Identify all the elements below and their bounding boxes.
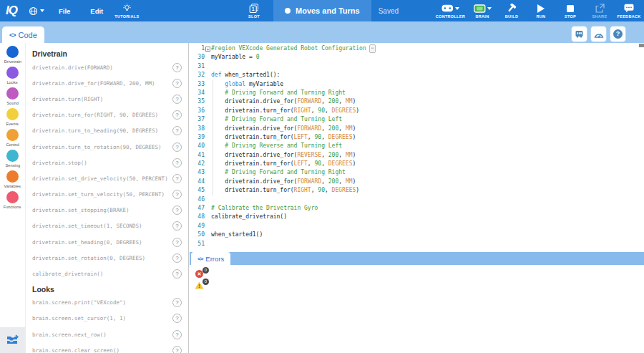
- rail-item-label: Drivetrain: [4, 59, 21, 64]
- folded-region-ellipsis[interactable]: ⋯: [369, 44, 376, 53]
- editor-line[interactable]: 42 drivetrain.turn_for(LEFT, 90, DEGREES…: [190, 160, 644, 168]
- rail-item-variables[interactable]: Variables: [0, 170, 25, 191]
- menu-edit[interactable]: Edit: [80, 7, 113, 15]
- editor-line[interactable]: 44 drivetrain.drive_for(FORWARD, 200, MM…: [190, 178, 644, 186]
- editor-line[interactable]: 49: [190, 222, 644, 231]
- command-help-button[interactable]: ?: [172, 238, 182, 247]
- command-help-button[interactable]: ?: [172, 253, 182, 263]
- editor-line[interactable]: 51: [190, 240, 644, 248]
- palette-command-row[interactable]: drivetrain.set_timeout(1, SECONDS)?: [26, 218, 188, 234]
- help-button[interactable]: ?: [610, 26, 625, 42]
- palette-command-row[interactable]: brain.screen.clear_screen()?: [26, 342, 188, 353]
- command-help-button[interactable]: ?: [172, 221, 182, 231]
- editor-line[interactable]: 40 # Driving Reverse and Turning Left: [190, 142, 644, 150]
- palette-command-row[interactable]: drivetrain.set_drive_velocity(50, PERCEN…: [26, 170, 188, 186]
- command-help-button[interactable]: ?: [172, 174, 182, 183]
- fold-expand-icon[interactable]: +: [205, 47, 210, 52]
- code-editor[interactable]: 1+#region VEXcode Generated Robot Config…: [190, 43, 644, 252]
- rail-item-sound[interactable]: Sound: [0, 87, 25, 108]
- command-help-button[interactable]: ?: [172, 142, 182, 152]
- palette-command-row[interactable]: drivetrain.set_rotation(0, DEGREES)?: [26, 250, 188, 266]
- slot-button[interactable]: 1 SLOT: [242, 0, 266, 21]
- palette-command-row[interactable]: brain.screen.next_row()?: [26, 327, 188, 342]
- editor-line[interactable]: 35 drivetrain.drive_for(FORWARD, 200, MM…: [190, 97, 644, 106]
- controller-button[interactable]: CONTROLLER: [436, 0, 465, 21]
- editor-scrollbar[interactable]: [639, 44, 644, 47]
- run-button[interactable]: RUN: [529, 0, 553, 21]
- palette-command-row[interactable]: drivetrain.turn_to_heading(90, DEGREES)?: [26, 123, 188, 139]
- palette-command-row[interactable]: drivetrain.turn_for(RIGHT, 90, DEGREES)?: [26, 107, 188, 123]
- command-help-button[interactable]: ?: [172, 346, 182, 353]
- language-selector[interactable]: [24, 6, 49, 16]
- code-text: drivetrain.turn_for(RIGHT, 90, DEGREES): [211, 107, 359, 115]
- line-number: 37: [190, 115, 205, 124]
- palette-command-row[interactable]: drivetrain.turn_to_rotation(90, DEGREES)…: [26, 139, 188, 155]
- menu-file[interactable]: File: [49, 7, 80, 15]
- editor-line[interactable]: 41 drivetrain.drive_for(REVERSE, 200, MM…: [190, 151, 644, 160]
- editor-line[interactable]: 38 drivetrain.drive_for(FORWARD, 200, MM…: [190, 125, 644, 133]
- tutorials-button[interactable]: TUTORIALS: [114, 0, 139, 21]
- command-help-button[interactable]: ?: [172, 330, 182, 339]
- palette-command-row[interactable]: drivetrain.drive(FORWARD)?: [26, 59, 188, 75]
- editor-line[interactable]: 34 # Driving Forward and Turning Right: [190, 89, 644, 97]
- rail-item-drivetrain[interactable]: Drivetrain: [0, 46, 25, 67]
- rail-item-looks[interactable]: Looks: [0, 67, 25, 87]
- command-help-button[interactable]: ?: [172, 269, 182, 279]
- editor-line[interactable]: 46: [190, 195, 644, 204]
- dashboard-button[interactable]: [591, 26, 606, 42]
- palette-command-row[interactable]: drivetrain.set_turn_velocity(50, PERCENT…: [26, 187, 188, 203]
- feedback-button[interactable]: FEEDBACK: [617, 0, 641, 21]
- line-number: 33: [190, 80, 205, 89]
- rail-item-functions[interactable]: Functions: [0, 191, 25, 212]
- editor-line[interactable]: 43 # Driving Forward and Turning Right: [190, 168, 644, 177]
- editor-line[interactable]: 37 # Driving Forward and Turning Left: [190, 115, 644, 124]
- palette-command-row[interactable]: brain.screen.print("VEXcode")?: [26, 295, 188, 311]
- command-help-button[interactable]: ?: [172, 95, 182, 104]
- palette-command-row[interactable]: drivetrain.set_heading(0, DEGREES)?: [26, 234, 188, 250]
- editor-line[interactable]: 1+#region VEXcode Generated Robot Config…: [190, 44, 644, 53]
- share-button[interactable]: SHARE: [587, 0, 612, 21]
- palette-command-row[interactable]: drivetrain.drive_for(FORWARD, 200, MM)?: [26, 75, 188, 91]
- rail-item-sensing[interactable]: Sensing: [0, 150, 25, 170]
- command-help-button[interactable]: ?: [172, 79, 182, 88]
- editor-line[interactable]: 31: [190, 62, 644, 71]
- brain-button[interactable]: BRAIN: [470, 0, 494, 21]
- editor-line[interactable]: 30myVariable = 0: [190, 53, 644, 62]
- line-number: 47: [190, 204, 205, 213]
- command-help-button[interactable]: ?: [172, 158, 182, 168]
- palette-command-row[interactable]: drivetrain.turn(RIGHT)?: [26, 91, 188, 107]
- code-text: # Driving Forward and Turning Right: [211, 89, 346, 97]
- errors-tab-label: Errors: [205, 255, 224, 263]
- tab-code[interactable]: <> Code: [2, 26, 44, 43]
- rail-item-events[interactable]: Events: [0, 108, 25, 129]
- editor-line[interactable]: 45 drivetrain.turn_for(RIGHT, 90, DEGREE…: [190, 186, 644, 195]
- palette-command-row[interactable]: brain.screen.set_cursor(1, 1)?: [26, 311, 188, 327]
- stop-button[interactable]: STOP: [558, 0, 582, 21]
- build-button[interactable]: BUILD: [499, 0, 524, 21]
- tab-errors[interactable]: <> Errors: [191, 252, 230, 265]
- device-info-button[interactable]: [572, 26, 587, 42]
- editor-line[interactable]: 48calibrate_drivetrain(): [190, 213, 644, 221]
- code-text: drivetrain.turn_for(RIGHT, 90, DEGREES): [211, 186, 359, 195]
- project-name-button[interactable]: Moves and Turns: [273, 0, 371, 21]
- editor-line[interactable]: 36 drivetrain.turn_for(RIGHT, 90, DEGREE…: [190, 107, 644, 115]
- editor-line[interactable]: 32def when_started1():: [190, 71, 644, 79]
- command-help-button[interactable]: ?: [172, 314, 182, 323]
- command-help-button[interactable]: ?: [172, 126, 182, 135]
- palette-command-row[interactable]: drivetrain.set_stopping(BRAKE)?: [26, 203, 188, 218]
- switch-to-blocks-button[interactable]: [0, 327, 26, 353]
- palette-command-row[interactable]: drivetrain.stop()?: [26, 155, 188, 170]
- editor-line[interactable]: 39 drivetrain.turn_for(LEFT, 90, DEGREES…: [190, 133, 644, 142]
- palette-command-text: drivetrain.drive_for(FORWARD, 200, MM): [32, 80, 155, 87]
- rail-item-control[interactable]: Control: [0, 129, 25, 150]
- command-help-button[interactable]: ?: [172, 63, 182, 72]
- editor-line[interactable]: 33 global myVariable: [190, 80, 644, 89]
- brain-label: BRAIN: [476, 14, 489, 19]
- editor-line[interactable]: 50when_started1(): [190, 231, 644, 239]
- command-help-button[interactable]: ?: [172, 110, 182, 120]
- command-help-button[interactable]: ?: [172, 298, 182, 307]
- command-help-button[interactable]: ?: [172, 190, 182, 199]
- palette-command-row[interactable]: calibrate_drivetrain()?: [26, 266, 188, 281]
- command-help-button[interactable]: ?: [172, 205, 182, 215]
- editor-line[interactable]: 47# Calibrate the Drivetrain Gyro: [190, 204, 644, 213]
